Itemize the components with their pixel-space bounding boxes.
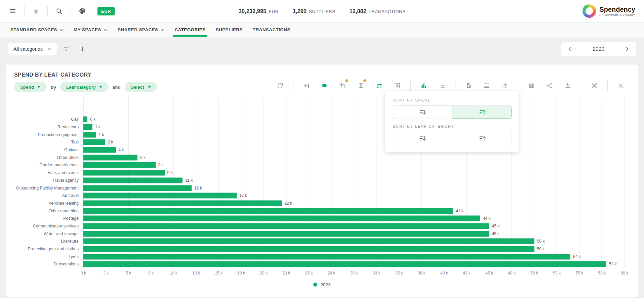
sort-descending-icon[interactable] (392, 106, 452, 119)
bar[interactable] (83, 193, 237, 199)
share-icon[interactable] (540, 79, 559, 92)
category-label: Vehicles leasing (6, 201, 83, 206)
bar[interactable] (83, 261, 606, 267)
sort-ascending-icon[interactable] (452, 106, 512, 119)
chevron-right-icon[interactable] (623, 45, 631, 53)
chevron-left-icon[interactable] (566, 45, 574, 53)
chevron-down-icon (60, 29, 64, 31)
bar[interactable] (83, 200, 282, 206)
bar[interactable] (83, 185, 192, 191)
menu-icon[interactable] (5, 4, 21, 18)
sort-descending-icon[interactable] (392, 132, 452, 145)
bar-track: 50 k (83, 245, 625, 253)
bar-value-label: 45 k (492, 231, 500, 236)
refresh-icon[interactable] (271, 79, 289, 92)
bar[interactable] (83, 170, 165, 176)
x-tick-label: 48 k (508, 271, 516, 275)
sort-section-label: SORT BY LEAF CATEGORY (393, 124, 512, 128)
x-tick-label: 38 k (418, 271, 426, 275)
bar[interactable] (83, 177, 183, 183)
bar[interactable] (83, 147, 116, 153)
chart-legend[interactable]: 2023 (6, 282, 638, 287)
bar-chart-icon[interactable] (415, 79, 433, 92)
crop-icon[interactable] (334, 79, 352, 92)
filter-icon[interactable] (59, 43, 73, 55)
bar[interactable] (83, 117, 87, 122)
bar[interactable] (83, 124, 92, 130)
x-tick-label: 20 k (260, 271, 268, 275)
stat-value: 12,882 (349, 8, 366, 14)
tab-shared-spaces[interactable]: SHARED SPACES (113, 23, 169, 37)
bar[interactable] (83, 208, 453, 214)
secondary-select[interactable]: Select (125, 82, 157, 92)
bar-value-label: 50 k (537, 247, 545, 251)
bar-track: 41 k (83, 207, 625, 215)
currency-badge[interactable]: EUR (97, 7, 115, 15)
category-label: Protective gear and clothes (6, 247, 83, 251)
search-icon[interactable] (51, 4, 67, 18)
category-label: Literature (6, 239, 83, 244)
category-select[interactable]: All categories (8, 43, 57, 55)
dimension-select[interactable]: Leaf category (60, 82, 109, 92)
tab-suppliers[interactable]: SUPPLIERS (211, 23, 248, 37)
sort-ascending-icon[interactable] (452, 132, 512, 145)
bar-value-label: 54 k (573, 254, 581, 259)
bar-track: 4 k (83, 146, 625, 154)
logo-name: Spendency (599, 6, 635, 13)
tag-icon[interactable] (316, 79, 334, 92)
sum-icon[interactable]: Σ (352, 79, 370, 92)
bar-value-label: 50 k (537, 239, 545, 244)
main-nav: STANDARD SPACES MY SPACES SHARED SPACES … (0, 23, 644, 37)
chart-row: Fairs and events9 k (6, 169, 638, 177)
tab-transactions[interactable]: TRANSACTIONS (248, 23, 295, 37)
pivot-icon[interactable] (496, 79, 514, 92)
divider (24, 6, 25, 16)
top-bar: EUR 30,232,995 EUR 1,292 SUPPLIERS 12,88… (0, 0, 644, 23)
close-icon[interactable] (612, 79, 630, 92)
palette-icon[interactable] (74, 4, 90, 18)
dimension-select-value: Leaf category (66, 85, 96, 90)
download-icon[interactable] (28, 4, 44, 18)
bar[interactable] (83, 254, 570, 259)
rows-icon[interactable] (478, 79, 496, 92)
tab-categories[interactable]: CATEGORIES (169, 23, 210, 37)
bar[interactable] (83, 139, 105, 145)
chart-row: Postage44 k (6, 215, 638, 222)
tab-my-spaces[interactable]: MY SPACES (69, 23, 113, 37)
download-icon[interactable] (559, 79, 577, 92)
x-tick-label: 53 k (553, 271, 561, 275)
bar[interactable] (83, 223, 489, 229)
sort-icon[interactable] (370, 79, 388, 92)
divider (410, 80, 411, 91)
tab-label: SUPPLIERS (216, 27, 243, 32)
add-icon[interactable] (76, 43, 89, 55)
align-arrow-icon[interactable] (297, 79, 316, 92)
bar[interactable] (83, 231, 489, 237)
bar[interactable] (83, 162, 156, 168)
tab-label: SHARED SPACES (118, 27, 158, 32)
chart-panel-icon[interactable] (388, 79, 406, 92)
save-icon[interactable] (522, 79, 540, 92)
bar[interactable] (83, 132, 96, 137)
bar-value-label: 9 k (167, 170, 173, 175)
x-tick-label: 25 k (305, 271, 313, 275)
bar[interactable] (83, 216, 480, 221)
settings-tools-icon[interactable] (585, 79, 603, 92)
x-tick-label: 35 k (395, 271, 403, 275)
chart-row: Gas0 k (6, 116, 638, 123)
bar[interactable] (83, 246, 534, 252)
bar[interactable] (83, 239, 534, 244)
chart-row: Tyres54 k (6, 253, 638, 260)
bar-value-label: 22 k (284, 201, 292, 206)
report-icon[interactable] (459, 79, 478, 92)
sort-popup: SORT BY SPEND SORT BY LEAF CATEGORY (385, 91, 519, 152)
x-tick-label: 3 k (103, 271, 109, 275)
category-label: Taxi (6, 140, 83, 144)
list-icon[interactable] (433, 79, 451, 92)
x-tick-label: 33 k (373, 271, 380, 275)
tab-standard-spaces[interactable]: STANDARD SPACES (5, 23, 69, 37)
bar-value-label: 12 k (194, 186, 202, 190)
measure-select[interactable]: Spend (14, 82, 47, 92)
stat-transactions: 12,882 TRANSACTIONS (349, 8, 405, 14)
bar[interactable] (83, 155, 137, 160)
